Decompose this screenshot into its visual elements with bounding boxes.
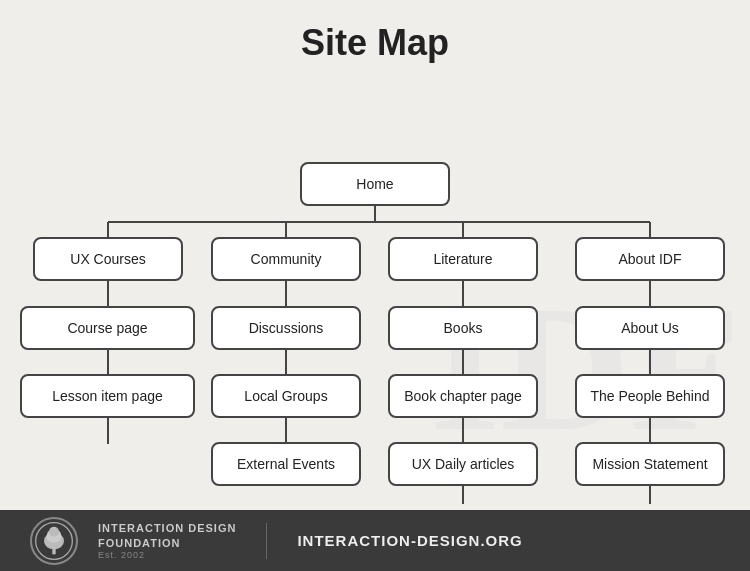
svg-point-27 <box>49 526 59 536</box>
node-external-events: External Events <box>211 442 361 486</box>
page-title: Site Map <box>0 0 750 74</box>
node-ux-courses: UX Courses <box>33 237 183 281</box>
node-literature: Literature <box>388 237 538 281</box>
footer-org-name-line2: FOUNDATION <box>98 536 236 550</box>
footer-org-info: INTERACTION DESIGN FOUNDATION Est. 2002 <box>98 521 236 560</box>
node-course-page: Course page <box>20 306 195 350</box>
footer-org-name-line1: INTERACTION DESIGN <box>98 521 236 535</box>
footer-divider <box>266 523 267 559</box>
footer-org-sub: Est. 2002 <box>98 550 236 560</box>
node-book-chapter-page: Book chapter page <box>388 374 538 418</box>
node-discussions: Discussions <box>211 306 361 350</box>
node-the-people-behind: The People Behind <box>575 374 725 418</box>
sitemap-diagram: Home UX Courses Community Literature Abo… <box>0 74 750 504</box>
node-mission-statement: Mission Statement <box>575 442 725 486</box>
connector-lines <box>0 74 750 504</box>
node-books: Books <box>388 306 538 350</box>
node-ux-daily-articles: UX Daily articles <box>388 442 538 486</box>
node-community: Community <box>211 237 361 281</box>
footer-logo <box>30 517 78 565</box>
logo-icon <box>34 521 74 561</box>
node-local-groups: Local Groups <box>211 374 361 418</box>
node-lesson-item-page: Lesson item page <box>20 374 195 418</box>
node-about-us: About Us <box>575 306 725 350</box>
footer-url: INTERACTION-DESIGN.ORG <box>297 532 522 549</box>
node-about-idf: About IDF <box>575 237 725 281</box>
main-content: IDF Site Map <box>0 0 750 510</box>
node-home: Home <box>300 162 450 206</box>
footer: INTERACTION DESIGN FOUNDATION Est. 2002 … <box>0 510 750 571</box>
